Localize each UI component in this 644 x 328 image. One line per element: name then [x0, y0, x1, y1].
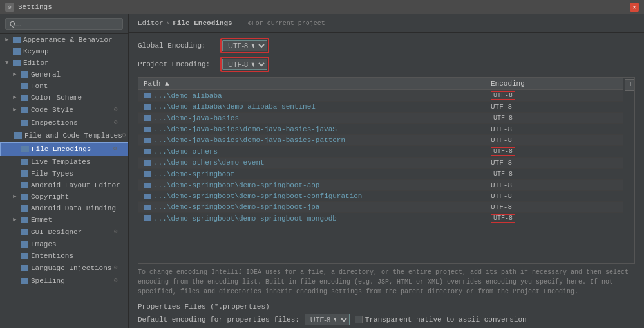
folder-icon	[21, 241, 28, 248]
properties-section: Properties Files (*.properties) Default …	[129, 300, 644, 328]
path-cell: ...\demo-others\demo-event	[138, 158, 486, 169]
encoding-header[interactable]: Encoding	[486, 78, 634, 90]
sidebar-item-label: File and Code Templates	[24, 132, 122, 140]
table-row[interactable]: ...\demo-springboot\demo-springboot-jpaU…	[138, 202, 634, 213]
table-action-panel: +	[623, 78, 634, 263]
arrow-icon: ►	[13, 71, 19, 78]
row-folder-icon	[144, 160, 151, 166]
sidebar-item-label: Editor	[23, 59, 123, 67]
table-row[interactable]: ...\demo-alibaba\demo-alibaba-sentinelUT…	[138, 102, 634, 113]
folder-icon	[21, 83, 28, 89]
encoding-cell: UTF-8	[486, 113, 634, 124]
path-cell: ...\demo-java-basics\demo-java-basics-pa…	[138, 135, 486, 146]
encoding-cell: UTF-8	[486, 191, 634, 202]
encoding-cell: UTF-8	[486, 146, 634, 158]
table-row[interactable]: ...\demo-others\demo-eventUTF-8	[138, 158, 634, 169]
table-row[interactable]: ...\demo-springboot\demo-springboot-mong…	[138, 213, 634, 224]
table-row[interactable]: ...\demo-alibabaUTF-8	[138, 90, 634, 102]
table-row[interactable]: ...\demo-springboot\demo-springboot-conf…	[138, 191, 634, 202]
row-folder-icon	[144, 205, 151, 210]
folder-icon	[13, 37, 21, 43]
properties-encoding-select[interactable]: UTF-8 ▼	[305, 314, 350, 325]
folder-icon	[21, 253, 28, 259]
row-folder-icon	[144, 171, 151, 177]
folder-icon	[21, 229, 28, 235]
table-row[interactable]: ...\demo-othersUTF-8	[138, 146, 634, 158]
file-table: Path ▲ Encoding ...\demo-alibabaUTF-8...…	[138, 78, 634, 224]
sidebar-item-font[interactable]: Font	[0, 80, 128, 92]
add-path-button[interactable]: +	[625, 79, 635, 91]
transparent-checkbox[interactable]	[355, 316, 363, 323]
path-header[interactable]: Path ▲	[138, 78, 486, 90]
sidebar-item-color-scheme[interactable]: ►Color Scheme	[0, 92, 128, 104]
folder-icon	[21, 265, 28, 271]
sidebar-item-android-data[interactable]: Android Data Binding	[0, 203, 128, 214]
table-row[interactable]: ...\demo-java-basics\demo-java-basics-ja…	[138, 124, 634, 135]
info-text: To change encoding IntelliJ IDEA uses fo…	[129, 264, 644, 300]
encoding-badge: UTF-8	[491, 214, 515, 223]
sidebar-item-code-style[interactable]: ►Code Style⚙	[0, 104, 128, 116]
breadcrumb-page: File Encodings	[173, 19, 232, 27]
encoding-cell: UTF-8	[486, 213, 634, 224]
content-area: Editor › File Encodings ⊕For current pro…	[129, 14, 644, 328]
sidebar-item-lang-injections[interactable]: Language Injections⚙	[0, 262, 128, 275]
path-cell: ...\demo-alibaba\demo-alibaba-sentinel	[138, 102, 486, 113]
sidebar-item-android-layout[interactable]: Android Layout Editor	[0, 179, 128, 191]
settings-icon: ⚙	[122, 131, 129, 140]
sidebar-item-spelling[interactable]: Spelling⚙	[0, 275, 128, 287]
sidebar-item-emmet[interactable]: ►Emmet	[0, 214, 128, 226]
sidebar-item-label: Live Templates	[31, 158, 123, 166]
row-folder-icon	[144, 194, 151, 199]
sidebar-item-intentions[interactable]: Intentions	[0, 250, 128, 262]
sidebar-item-inspections[interactable]: Inspections⚙	[0, 116, 128, 129]
sidebar-item-file-types[interactable]: File Types	[0, 168, 128, 179]
app-icon: ⚙	[5, 3, 14, 12]
sidebar-item-label: File Types	[31, 170, 123, 178]
sidebar-item-keymap[interactable]: Keymap	[0, 46, 128, 57]
table-row[interactable]: ...\demo-java-basicsUTF-8	[138, 113, 634, 124]
folder-icon	[21, 278, 28, 284]
sidebar-item-file-code-templates[interactable]: File and Code Templates⚙	[0, 129, 128, 142]
path-cell: ...\demo-springboot	[138, 169, 486, 180]
folder-icon	[21, 194, 28, 200]
close-button[interactable]: ✕	[630, 3, 639, 12]
sidebar-items-container: ►Appearance & BehaviorKeymap▼Editor►Gene…	[0, 34, 128, 287]
sidebar-item-label: Keymap	[23, 48, 123, 55]
arrow-icon: ▼	[5, 60, 12, 66]
global-encoding-row: Global Encoding: UTF-8 ▼	[138, 38, 635, 53]
row-folder-icon	[144, 115, 151, 121]
global-encoding-select[interactable]: UTF-8 ▼	[222, 40, 267, 51]
table-row[interactable]: ...\demo-springboot\demo-springboot-aopU…	[138, 180, 634, 191]
settings-icon: ⚙	[114, 228, 123, 237]
row-folder-icon	[144, 127, 151, 132]
row-folder-icon	[144, 215, 151, 221]
search-input[interactable]	[5, 18, 123, 30]
table-row[interactable]: ...\demo-springbootUTF-8	[138, 169, 634, 180]
encoding-badge: UTF-8	[491, 147, 515, 156]
sidebar-item-label: Copyright	[31, 193, 123, 201]
folder-icon	[21, 205, 28, 212]
sidebar-item-copyright[interactable]: ►Copyright	[0, 191, 128, 203]
settings-icon: ⚙	[114, 277, 123, 286]
table-row[interactable]: ...\demo-java-basics\demo-java-basics-pa…	[138, 135, 634, 146]
project-encoding-select[interactable]: UTF-8 ▼	[222, 59, 267, 70]
folder-icon	[21, 170, 28, 177]
sidebar-item-appearance[interactable]: ►Appearance & Behavior	[0, 34, 128, 46]
sidebar-item-gui-designer[interactable]: GUI Designer⚙	[0, 226, 128, 239]
sidebar-item-general[interactable]: ►General	[0, 69, 128, 80]
breadcrumb-editor: Editor	[138, 19, 164, 27]
sidebar-item-live-templates[interactable]: Live Templates	[0, 156, 128, 168]
project-encoding-label: Project Encoding:	[138, 60, 215, 68]
path-cell: ...\demo-alibaba	[138, 90, 486, 102]
sidebar-item-file-encodings[interactable]: File Encodings⚙	[0, 142, 128, 156]
sidebar-item-images[interactable]: Images	[0, 239, 128, 250]
encoding-badge: UTF-8	[491, 170, 515, 178]
properties-title: Properties Files (*.properties)	[138, 303, 635, 311]
encoding-badge: UTF-8	[491, 114, 515, 122]
title-text: Settings	[18, 3, 52, 11]
sidebar-item-editor[interactable]: ▼Editor	[0, 57, 128, 69]
row-folder-icon	[144, 138, 151, 143]
search-box	[0, 14, 128, 34]
project-encoding-row: Project Encoding: UTF-8 ▼	[138, 57, 635, 72]
folder-icon	[21, 159, 28, 165]
